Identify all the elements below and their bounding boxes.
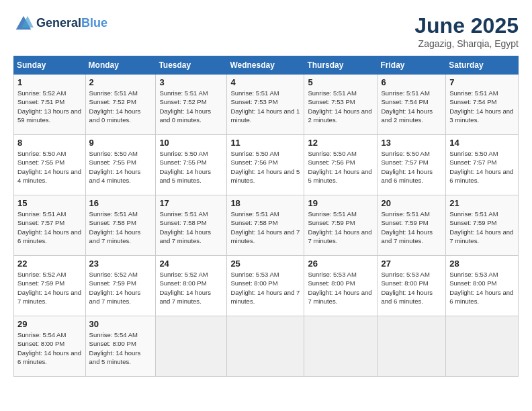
calendar-cell: 14Sunrise: 5:50 AMSunset: 7:57 PMDayligh… (446, 135, 519, 195)
calendar-cell: 30Sunrise: 5:54 AMSunset: 8:00 PMDayligh… (85, 316, 156, 377)
week-row-3: 15Sunrise: 5:51 AMSunset: 7:57 PMDayligh… (14, 195, 519, 256)
location: Zagazig, Sharqia, Egypt (414, 38, 519, 49)
calendar-cell: 25Sunrise: 5:53 AMSunset: 8:00 PMDayligh… (227, 256, 304, 316)
week-row-1: 1Sunrise: 5:52 AMSunset: 7:51 PMDaylight… (14, 75, 519, 135)
col-tuesday: Tuesday (156, 56, 227, 75)
calendar-cell: 18Sunrise: 5:51 AMSunset: 7:58 PMDayligh… (227, 195, 304, 256)
week-row-5: 29Sunrise: 5:54 AMSunset: 8:00 PMDayligh… (14, 316, 519, 377)
calendar-table: Sunday Monday Tuesday Wednesday Thursday… (13, 56, 519, 377)
col-thursday: Thursday (304, 56, 378, 75)
calendar-cell: 10Sunrise: 5:50 AMSunset: 7:55 PMDayligh… (156, 135, 227, 195)
calendar-cell (156, 316, 227, 377)
calendar-cell: 20Sunrise: 5:51 AMSunset: 7:59 PMDayligh… (378, 195, 446, 256)
week-row-4: 22Sunrise: 5:52 AMSunset: 7:59 PMDayligh… (14, 256, 519, 316)
calendar-cell: 3Sunrise: 5:51 AMSunset: 7:52 PMDaylight… (156, 75, 227, 135)
logo-icon (13, 13, 34, 34)
col-friday: Friday (378, 56, 446, 75)
calendar-cell: 23Sunrise: 5:52 AMSunset: 7:59 PMDayligh… (85, 256, 156, 316)
calendar-cell: 28Sunrise: 5:53 AMSunset: 8:00 PMDayligh… (446, 256, 519, 316)
calendar-cell: 5Sunrise: 5:51 AMSunset: 7:53 PMDaylight… (304, 75, 378, 135)
calendar-cell: 22Sunrise: 5:52 AMSunset: 7:59 PMDayligh… (14, 256, 86, 316)
calendar-cell: 1Sunrise: 5:52 AMSunset: 7:51 PMDaylight… (14, 75, 86, 135)
calendar-cell (304, 316, 378, 377)
col-monday: Monday (85, 56, 156, 75)
calendar-cell: 27Sunrise: 5:53 AMSunset: 8:00 PMDayligh… (378, 256, 446, 316)
calendar-cell: 6Sunrise: 5:51 AMSunset: 7:54 PMDaylight… (378, 75, 446, 135)
calendar-cell: 29Sunrise: 5:54 AMSunset: 8:00 PMDayligh… (14, 316, 86, 377)
calendar-cell: 24Sunrise: 5:52 AMSunset: 8:00 PMDayligh… (156, 256, 227, 316)
calendar-cell (378, 316, 446, 377)
logo-text: GeneralBlue (36, 17, 107, 30)
calendar-header-row: Sunday Monday Tuesday Wednesday Thursday… (14, 56, 519, 75)
page-header: GeneralBlue June 2025 Zagazig, Sharqia, … (13, 13, 519, 49)
week-row-2: 8Sunrise: 5:50 AMSunset: 7:55 PMDaylight… (14, 135, 519, 195)
logo: GeneralBlue (13, 13, 107, 34)
col-saturday: Saturday (446, 56, 519, 75)
calendar-cell: 26Sunrise: 5:53 AMSunset: 8:00 PMDayligh… (304, 256, 378, 316)
col-wednesday: Wednesday (227, 56, 304, 75)
calendar-cell (227, 316, 304, 377)
calendar-cell: 12Sunrise: 5:50 AMSunset: 7:56 PMDayligh… (304, 135, 378, 195)
calendar-cell: 17Sunrise: 5:51 AMSunset: 7:58 PMDayligh… (156, 195, 227, 256)
calendar-cell (446, 316, 519, 377)
calendar-cell: 21Sunrise: 5:51 AMSunset: 7:59 PMDayligh… (446, 195, 519, 256)
calendar-cell: 13Sunrise: 5:50 AMSunset: 7:57 PMDayligh… (378, 135, 446, 195)
calendar-cell: 16Sunrise: 5:51 AMSunset: 7:58 PMDayligh… (85, 195, 156, 256)
title-block: June 2025 Zagazig, Sharqia, Egypt (414, 13, 519, 49)
calendar-cell: 4Sunrise: 5:51 AMSunset: 7:53 PMDaylight… (227, 75, 304, 135)
col-sunday: Sunday (14, 56, 86, 75)
calendar-cell: 15Sunrise: 5:51 AMSunset: 7:57 PMDayligh… (14, 195, 86, 256)
calendar-cell: 7Sunrise: 5:51 AMSunset: 7:54 PMDaylight… (446, 75, 519, 135)
calendar-cell: 8Sunrise: 5:50 AMSunset: 7:55 PMDaylight… (14, 135, 86, 195)
calendar-cell: 11Sunrise: 5:50 AMSunset: 7:56 PMDayligh… (227, 135, 304, 195)
calendar-cell: 2Sunrise: 5:51 AMSunset: 7:52 PMDaylight… (85, 75, 156, 135)
month-title: June 2025 (414, 13, 519, 38)
calendar-cell: 19Sunrise: 5:51 AMSunset: 7:59 PMDayligh… (304, 195, 378, 256)
calendar-cell: 9Sunrise: 5:50 AMSunset: 7:55 PMDaylight… (85, 135, 156, 195)
